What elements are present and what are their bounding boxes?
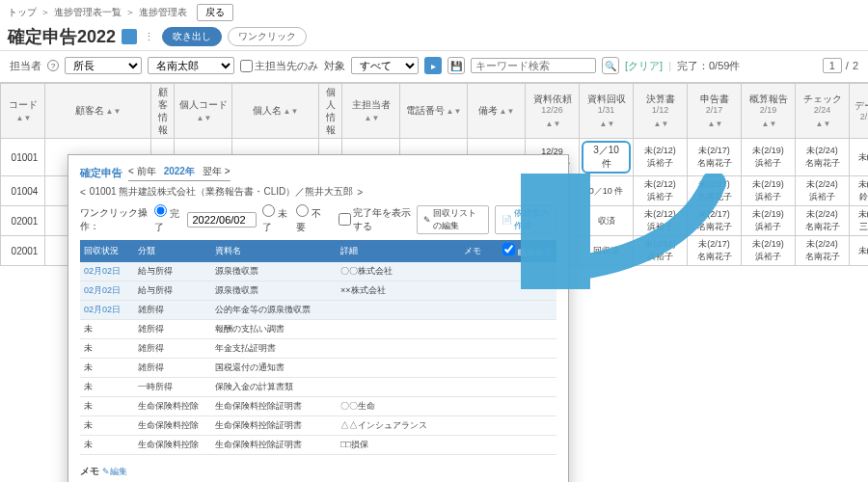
recovery-row[interactable]: 02月02日給与所得源泉徴収票××株式会社	[80, 281, 556, 301]
recov-status[interactable]: 未	[80, 436, 134, 455]
main-only-checkbox-input[interactable]	[240, 60, 253, 72]
balloon-toggle-button[interactable]: 吹き出し	[162, 27, 222, 46]
cell-task[interactable]: 未(	[850, 236, 869, 266]
pop-th-abbrev[interactable]: 略称表示	[499, 240, 556, 262]
recov-status[interactable]: 未	[80, 359, 134, 378]
cell-task[interactable]: 回収済	[580, 236, 634, 266]
cell-task[interactable]: 未(2/12)浜裕子	[634, 236, 688, 266]
recov-status[interactable]: 02月02日	[80, 281, 134, 301]
crumb-list[interactable]: 進捗管理表一覧	[54, 6, 122, 19]
col-recov[interactable]: 資料回収1/31▲▼	[580, 84, 634, 139]
cell-task[interactable]: 未(2/17)名南花子	[688, 176, 742, 206]
oneclick-toggle-button[interactable]: ワンクリック	[228, 27, 307, 46]
info-icon[interactable]: ?	[47, 60, 59, 71]
col-owner[interactable]: 主担当者▲▼	[342, 84, 400, 139]
main-only-checkbox[interactable]: 主担当先のみ	[240, 59, 318, 73]
cell-task[interactable]: 未(2/12)浜裕子	[634, 176, 688, 206]
next-year-tab[interactable]: 翌年 >	[203, 165, 231, 178]
cell-task[interactable]: 未(2/24)名南花子	[796, 206, 850, 236]
cell-task[interactable]: 収済	[580, 206, 634, 236]
recov-status[interactable]: 未	[80, 378, 134, 397]
cell-task[interactable]: 未(	[850, 139, 869, 176]
sort-icon[interactable]: ▲▼	[284, 107, 299, 117]
cell-task[interactable]: 0／10 件	[580, 176, 634, 206]
create-request-button[interactable]: 📄依頼書の作成	[495, 205, 556, 234]
recovery-row[interactable]: 未生命保険料控除生命保険料控除証明書□□損保	[80, 436, 556, 455]
done-date-input[interactable]	[187, 212, 257, 228]
clear-link[interactable]: [クリア]	[625, 59, 663, 73]
cell-task[interactable]: 未(三	[850, 206, 869, 236]
cell-task[interactable]: 未(2/24)名南花子	[796, 236, 850, 266]
cell-task[interactable]: 未(2/12)浜裕子	[634, 139, 688, 176]
sort-icon[interactable]: ▲▼	[365, 114, 380, 123]
cell-task[interactable]: 未(2/17)名南花子	[688, 236, 742, 266]
staff-select[interactable]: 名南太郎	[148, 57, 234, 74]
crumb-top[interactable]: トップ	[8, 6, 37, 19]
recovery-row[interactable]: 未生命保険料控除生命保険料控除証明書△△インシュアランス	[80, 416, 556, 436]
sort-icon[interactable]: ▲▼	[447, 107, 462, 117]
cell-task[interactable]: 未(2/24)名南花子	[796, 139, 850, 176]
col-data[interactable]: デー2/	[850, 84, 869, 139]
target-select[interactable]: すべて	[351, 57, 419, 74]
recov-memo[interactable]	[460, 262, 499, 281]
cell-task[interactable]: 未(2/17)名南花子	[688, 139, 742, 176]
more-icon[interactable]: ⋮	[143, 31, 156, 43]
recov-memo[interactable]	[460, 436, 499, 455]
col-tel[interactable]: 電話番号▲▼	[400, 84, 468, 139]
cell-code[interactable]: 01004	[1, 176, 45, 206]
radio-na[interactable]: 不要	[296, 204, 323, 234]
recov-memo[interactable]	[460, 416, 499, 436]
recovery-row[interactable]: 未一時所得保険入金の計算書類	[80, 378, 556, 397]
edit-recovery-list-button[interactable]: ✎回収リストの編集	[417, 205, 489, 234]
cell-task[interactable]: 未(2/19)浜裕子	[742, 206, 796, 236]
col-check[interactable]: チェック2/24▲▼	[796, 84, 850, 139]
cell-code[interactable]: 02001	[1, 236, 45, 266]
recovery-row[interactable]: 未雑所得国税還付の通知書	[80, 359, 556, 378]
recov-memo[interactable]	[460, 397, 499, 416]
title-indicator-icon[interactable]	[122, 29, 137, 44]
recov-memo[interactable]	[460, 339, 499, 359]
cell-code[interactable]: 01001	[1, 139, 45, 176]
col-report[interactable]: 決算書1/12▲▼	[634, 84, 688, 139]
sort-icon[interactable]: ▲▼	[106, 107, 122, 117]
recov-status[interactable]: 02月02日	[80, 262, 134, 281]
recov-status[interactable]: 未	[80, 320, 134, 339]
cell-task[interactable]: 未(2/19)浜裕子	[742, 236, 796, 266]
sort-icon[interactable]: ▲▼	[500, 107, 515, 117]
cell-code[interactable]: 02001	[1, 206, 45, 236]
page-current[interactable]: 1	[823, 58, 842, 73]
cell-task[interactable]: 3／10 件	[580, 139, 634, 176]
recov-status[interactable]: 未	[80, 339, 134, 359]
col-note[interactable]: 備考▲▼	[468, 84, 526, 139]
col-pcode[interactable]: 個人コード▲▼	[175, 84, 232, 139]
recov-memo[interactable]	[460, 301, 499, 320]
recovery-row[interactable]: 未雑所得年金支払証明書	[80, 339, 556, 359]
save-filter-button[interactable]: 💾	[448, 57, 465, 74]
recov-memo[interactable]	[460, 359, 499, 378]
recov-status[interactable]: 02月02日	[80, 301, 134, 320]
recovery-row[interactable]: 02月02日給与所得源泉徴収票〇〇株式会社	[80, 262, 556, 281]
current-year-tab[interactable]: 2022年	[164, 165, 195, 178]
col-custname[interactable]: 顧客名▲▼	[45, 84, 151, 139]
recov-memo[interactable]	[460, 281, 499, 301]
sort-icon[interactable]: ▲▼	[197, 114, 212, 123]
col-req[interactable]: 資料依頼12/26▲▼	[526, 84, 580, 139]
sort-icon[interactable]: ▲▼	[16, 114, 32, 123]
role-select[interactable]: 所長	[65, 57, 142, 74]
recovery-row[interactable]: 未雑所得報酬の支払い調書	[80, 320, 556, 339]
cell-task[interactable]: 未(鈴	[850, 176, 869, 206]
prev-year-tab[interactable]: < 前年	[128, 165, 156, 178]
recov-status[interactable]: 未	[80, 416, 134, 436]
cell-task[interactable]: 未(2/24)浜裕子	[796, 176, 850, 206]
recov-memo[interactable]	[460, 378, 499, 397]
col-code[interactable]: コード▲▼	[1, 84, 45, 139]
recovery-row[interactable]: 未生命保険料控除生命保険料控除証明書〇〇生命	[80, 397, 556, 416]
search-button[interactable]: 🔍	[602, 57, 619, 74]
recov-status[interactable]: 未	[80, 397, 134, 416]
back-button[interactable]: 戻る	[197, 4, 233, 21]
cell-task[interactable]: 未(2/12)浜裕子	[634, 206, 688, 236]
col-pname[interactable]: 個人名▲▼	[232, 84, 319, 139]
search-input[interactable]	[471, 58, 596, 73]
cell-task[interactable]: 未(2/19)浜裕子	[742, 139, 796, 176]
recovery-row[interactable]: 02月02日雑所得公的年金等の源泉徴収票	[80, 301, 556, 320]
